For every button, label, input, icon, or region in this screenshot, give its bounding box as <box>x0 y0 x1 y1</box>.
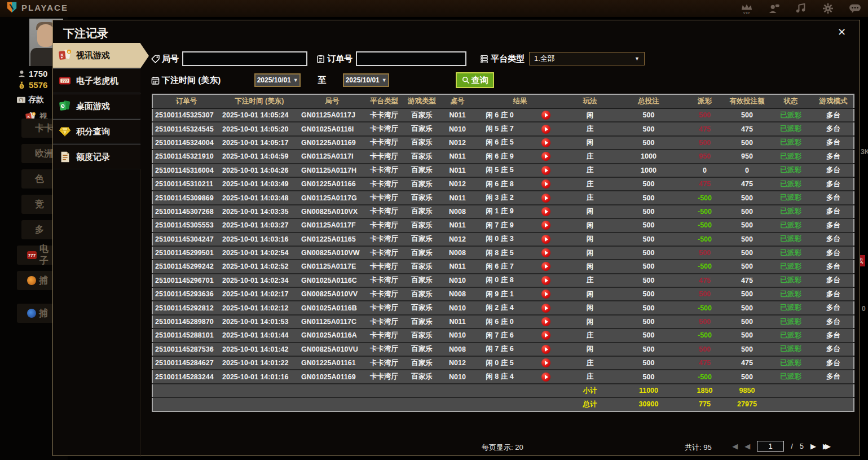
cell-table-no: N010 <box>441 328 474 342</box>
cell-game-mode: 多台 <box>813 315 854 328</box>
cell-round: GN01125A0117H <box>299 164 365 177</box>
play-video-button[interactable] <box>541 345 550 354</box>
cell-valid-bet: 500 <box>726 260 768 273</box>
prev-page-icon[interactable]: ◀ <box>744 442 750 450</box>
cell-payout: 500 <box>684 136 726 150</box>
tab-slots[interactable]: 777 电子老虎机 <box>53 68 140 93</box>
play-video-button[interactable] <box>541 235 550 244</box>
play-video-button[interactable] <box>541 373 550 382</box>
cell-platform: 卡卡湾厅 <box>365 150 403 163</box>
edge-fragment: 3K <box>861 148 868 156</box>
cell-platform: 卡卡湾厅 <box>365 315 403 328</box>
brand-logo: PLAYACE <box>6 1 68 14</box>
subtotal-label: 小计 <box>566 384 614 397</box>
cell-table-no: N011 <box>441 218 474 232</box>
play-video-button[interactable] <box>541 248 550 257</box>
tab-points-query[interactable]: 积分查询 <box>53 119 140 144</box>
svg-text:$: $ <box>21 84 23 89</box>
query-button[interactable]: 查询 <box>456 72 494 88</box>
cell-platform: 卡卡湾厅 <box>365 218 403 232</box>
cell-play-type: 闲 <box>566 218 614 232</box>
cell-game-mode: 多台 <box>813 356 854 370</box>
cell-order: 251001145283244 <box>152 370 220 383</box>
play-video-button[interactable] <box>541 207 550 216</box>
vip-icon[interactable]: VIP <box>739 1 754 16</box>
cell-result: 闲 7 庄 6 <box>474 328 526 342</box>
play-video-button[interactable] <box>541 358 550 367</box>
cell-platform: 卡卡湾厅 <box>365 274 403 287</box>
settings-gear-icon[interactable] <box>821 1 835 16</box>
play-video-button[interactable] <box>541 152 550 161</box>
tab-video-games[interactable]: K♥9 视讯游戏 <box>53 43 140 68</box>
cell-total-bet: 500 <box>614 136 684 150</box>
play-video-button[interactable] <box>541 179 550 189</box>
round-number-input[interactable] <box>182 51 307 66</box>
round-number-label-wrap: 局号 <box>151 54 179 64</box>
first-page-icon[interactable]: ◀ <box>732 442 738 450</box>
play-video-button[interactable] <box>541 304 550 313</box>
tab-label: 积分查询 <box>76 126 110 137</box>
cell-table-no: N011 <box>441 260 474 273</box>
platform-type-select[interactable]: 1.全部 ▼ <box>529 52 645 65</box>
cell-game-type: 百家乐 <box>403 370 441 383</box>
play-video-button[interactable] <box>541 194 550 203</box>
cell-time: 2025-10-01 14:05:24 <box>220 108 299 122</box>
next-page-icon[interactable]: ▶ <box>810 442 816 450</box>
cell-game-type: 百家乐 <box>403 260 441 273</box>
play-icon <box>545 319 548 324</box>
cell-status: 已派彩 <box>768 356 813 370</box>
play-video-button[interactable] <box>541 138 550 147</box>
cell-play-type: 闲 <box>566 233 614 246</box>
order-number-input[interactable] <box>356 51 466 66</box>
chat-icon[interactable] <box>848 1 862 16</box>
col-order: 订单号 <box>152 94 220 108</box>
cell-table-no: N011 <box>441 191 474 204</box>
play-video-button[interactable] <box>541 331 550 340</box>
cell-valid-bet: 500 <box>726 246 768 260</box>
close-icon[interactable]: ✕ <box>838 27 846 37</box>
platform-list-icon <box>480 55 488 63</box>
cell-platform: 卡卡湾厅 <box>365 301 403 314</box>
cell-total-bet: 500 <box>614 274 684 287</box>
date-from-picker[interactable]: 2025/10/01 ▼ <box>254 73 301 87</box>
cell-round: GN01025A0116A <box>299 328 365 342</box>
page-number-input[interactable] <box>757 441 784 452</box>
tab-table-games[interactable]: $ 桌面游戏 <box>53 94 140 119</box>
cell-round: GN01125A0117J <box>299 108 365 122</box>
play-video-button[interactable] <box>541 290 550 299</box>
cell-time: 2025-10-01 14:01:42 <box>220 343 299 356</box>
agent-icon[interactable] <box>766 1 781 16</box>
cell-game-type: 百家乐 <box>403 177 441 191</box>
cell-result: 闲 7 庄 9 <box>474 218 526 232</box>
cell-game-mode: 多台 <box>813 164 854 177</box>
app-root: PLAYACE VIP 1750 <box>0 0 868 460</box>
cell-platform: 卡卡湾厅 <box>365 328 403 342</box>
cell-total-bet: 500 <box>614 108 684 122</box>
play-video-button[interactable] <box>541 276 550 285</box>
cell-valid-bet: 475 <box>726 356 768 370</box>
date-to-picker[interactable]: 2025/10/01 ▼ <box>343 73 389 87</box>
play-video-button[interactable] <box>541 125 550 134</box>
cell-total-bet: 1000 <box>614 164 684 177</box>
play-icon <box>545 223 548 227</box>
cell-game-type: 百家乐 <box>403 218 441 232</box>
tab-quota-records[interactable]: 额度记录 <box>53 144 140 169</box>
tag-icon <box>151 55 160 63</box>
play-video-button[interactable] <box>541 166 550 175</box>
play-video-button[interactable] <box>541 262 550 271</box>
cell-valid-bet: 0 <box>726 164 768 177</box>
cell-time: 2025-10-01 14:02:12 <box>220 301 299 314</box>
cell-time: 2025-10-01 14:01:22 <box>220 356 299 370</box>
cell-total-bet: 500 <box>614 370 684 383</box>
cell-game-mode: 多台 <box>813 233 854 246</box>
cell-game-mode: 多台 <box>813 122 854 135</box>
play-video-button[interactable] <box>541 317 550 326</box>
cell-game-type: 百家乐 <box>403 246 441 260</box>
music-icon[interactable] <box>794 1 808 16</box>
cell-time: 2025-10-01 14:03:49 <box>220 177 299 191</box>
coins-value: 5576 <box>29 80 47 90</box>
last-page-icon[interactable]: ▶▶ <box>823 442 827 450</box>
play-video-button[interactable] <box>541 111 550 120</box>
play-video-button[interactable] <box>541 221 550 230</box>
cell-play-type: 庄 <box>566 122 614 135</box>
